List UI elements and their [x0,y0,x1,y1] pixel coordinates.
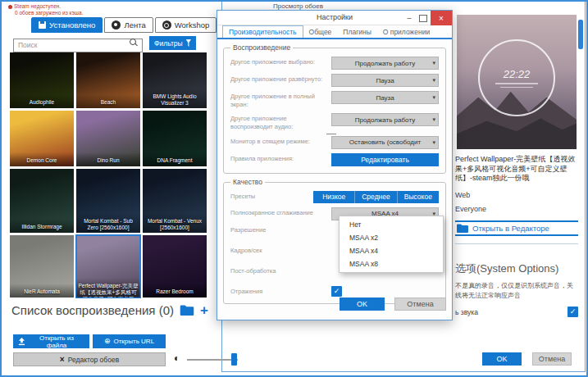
wallpaper-tile[interactable]: Audiophile [10,52,74,108]
wallpaper-tile-label: Dino Run [76,152,140,166]
clock-subtext-line [500,87,533,89]
tab-general[interactable]: Общее [303,26,338,38]
folder-icon [457,224,468,233]
wallpaper-tile[interactable]: Demon Core [10,111,74,166]
reflections-checkbox-checked[interactable] [331,286,342,297]
playback-legend: Воспроизведение [230,43,293,52]
app-window: Steam недоступен. 0 обоев загружено из к… [0,0,588,377]
open-from-file-button[interactable]: Открыть из файла [13,334,89,348]
wallpaper-tile-label: Illidan Stormrage [10,219,74,233]
tab-feed-label: Лента [124,20,145,30]
antialiasing-dropdown-popup: Нет MSAA x2 MSAA x4 MSAA x8 [339,216,444,273]
dropdown-option[interactable]: MSAA x8 [340,257,443,270]
wallpaper-tile[interactable]: Razer Bedroom [143,235,207,298]
playback-group: Воспроизведение Другое приложение выбран… [223,48,446,174]
add-playlist-icon[interactable] [200,305,208,316]
wallpaper-tile-label: Mortal Kombat - Venux [2560x1600] [143,213,207,233]
minimize-icon[interactable] [403,11,416,25]
audio-checkbox-checked[interactable] [567,307,578,317]
clock-overlay: 22:22 [478,39,555,116]
dropdown-option[interactable]: MSAA x2 [340,231,443,244]
system-options-heading: 选项(System Options) [455,261,578,276]
floppy-icon [39,21,46,29]
chevron-down-icon [432,77,435,84]
wallpaper-title: Perfect Wallpaper-完美壁纸【透视效果+多风格可视化音频+可自定… [455,155,578,184]
setting-row: Другое приложение развёрнуто: Пауза [230,74,439,87]
app-fullscreen-dropdown[interactable]: Пауза [331,91,439,104]
preset-buttons: Низкое Среднее Высокое [313,191,439,203]
wallpaper-tile[interactable]: DNA Fragment [143,111,207,166]
search-input[interactable] [13,39,143,52]
setting-row: Пресеты Низкое Среднее Высокое [230,191,439,203]
volume-slider-handle[interactable] [231,353,237,366]
scrollbar-thumb[interactable] [578,20,583,49]
audio-option-row: ь звука [455,307,578,317]
wallpaper-type: Web [455,191,578,199]
chevron-down-icon [432,139,435,146]
playlist-header: Список воспроизведения (0) [11,303,208,317]
globe-icon [104,338,111,345]
ok-button[interactable]: OK [482,352,522,366]
wallpaper-tile[interactable]: Mortal Kombat - Venux [2560x1600] [143,169,207,233]
filters-button[interactable]: Фильтры [149,36,196,50]
tab-workshop-label: Workshop [175,20,210,30]
wallpaper-rating: Everyone [455,205,578,213]
tab-performance[interactable]: Производительность [222,25,303,38]
tab-plugins[interactable]: Плагины [337,26,376,38]
wallpaper-tile-label: DNA Fragment [143,152,207,166]
wallpaper-tile[interactable]: Illidan Stormrage [10,169,74,233]
dropdown-option[interactable]: Нет [340,218,443,231]
preset-low-button[interactable]: Низкое [313,191,354,203]
quality-legend: Качество [230,178,265,186]
setting-row: Отражения [230,286,439,297]
wallpaper-tile[interactable]: Dino Run [76,111,140,166]
wallpaper-tile-label: Razer Bedroom [143,284,207,298]
tab-workshop[interactable]: Workshop [155,17,217,33]
clock-time: 22:22 [504,68,531,80]
wallpaper-tile-selected[interactable]: Perfect Wallpaper-完美壁纸【透视效果+多风格可视化音频+可自定… [76,235,140,298]
monitor-sleep-dropdown[interactable]: Остановить (освободит [331,136,439,149]
preset-medium-button[interactable]: Среднее [354,191,396,203]
preview-panel: 22:22 Perfect Wallpaper-完美壁纸【透视效果+多风格可视化… [455,15,578,317]
tab-feed[interactable]: Лента [104,17,153,33]
system-options-text: 不是真的录音，仅仅是识别系统声音，关 线将无法正常响应声音 [455,281,578,301]
setting-row: Правила приложения: Редактировать [230,153,439,166]
setting-row: Монитор в спящем режиме: Остановить (осв… [230,136,439,149]
maximize-icon[interactable] [416,11,431,25]
wallpaper-editor-label: Редактор обоев [68,356,120,364]
ok-button[interactable]: OK [340,298,385,311]
preview-window-footer: OK Отмена [482,352,572,366]
dropdown-option[interactable]: MSAA x4 [340,244,443,257]
app-selected-dropdown[interactable]: Продолжать работу [331,57,439,70]
app-audio-dropdown[interactable]: Продолжать работу [331,113,439,126]
chevron-down-icon [432,116,435,123]
open-in-editor-button[interactable]: Открыть в Редакторе [455,220,578,236]
volume-slider-track[interactable] [187,359,238,361]
wallpaper-tile-label: Perfect Wallpaper-完美壁纸【透视效果+多风格可视化音频+可自定… [76,278,140,298]
wallpaper-tile[interactable]: Beach [76,52,140,108]
open-url-button[interactable]: Открыть URL [93,334,166,348]
open-url-label: Открыть URL [113,338,154,345]
wallpaper-tile-label: Mortal Kombat - Sub Zero [2560x1600] [76,213,140,233]
cancel-button[interactable]: Отмена [394,298,446,311]
window-controls [403,11,452,25]
close-icon[interactable] [431,11,452,25]
tab-installed[interactable]: Установлено [31,17,103,33]
app-maximized-dropdown[interactable]: Пауза [331,74,439,87]
preset-high-button[interactable]: Высокое [397,191,439,203]
edit-rules-button[interactable]: Редактировать [331,153,439,166]
chevron-down-icon [432,60,435,66]
clock-subtext-line [495,83,538,84]
wallpaper-tile[interactable]: BMW Lights Audio Visualizer 3 [143,52,207,108]
fps-slider-stub [326,134,336,134]
wallpaper-tile[interactable]: NieR Automata [10,235,74,298]
chevron-down-icon [432,94,435,101]
feed-icon [112,20,121,30]
wallpaper-tile[interactable]: Mortal Kombat - Sub Zero [2560x1600] [76,169,140,233]
tab-about[interactable]: О приложении [377,26,435,38]
wallpaper-editor-button[interactable]: Редактор обоев [13,352,166,366]
open-folder-icon[interactable] [180,305,194,316]
cancel-button[interactable]: Отмена [532,352,572,366]
settings-footer: OK Отмена [340,298,446,311]
status-line-1: Steam недоступен. [8,3,83,10]
